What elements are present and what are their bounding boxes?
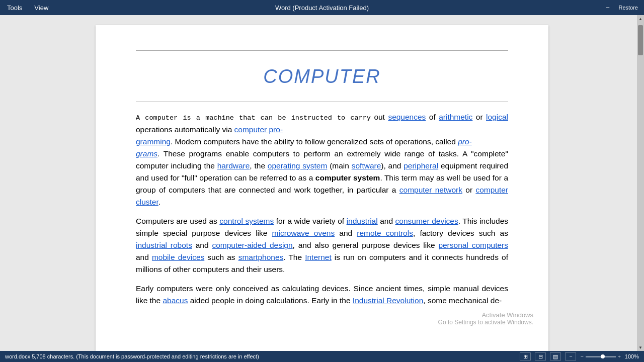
scrollbar-thumb[interactable] [638, 25, 643, 55]
link-arithmetic[interactable]: arithmetic [439, 113, 472, 121]
page-rule-top [136, 50, 508, 51]
status-bar: word.docx 5,708 characters. (This docume… [0, 351, 644, 362]
link-operating-system[interactable]: operating system [268, 161, 328, 170]
scrollbar-arrow-down[interactable]: ▼ [637, 344, 644, 351]
link-internet[interactable]: Internet [305, 253, 332, 261]
link-mobile-devices[interactable]: mobile devices [152, 253, 204, 261]
restore-button[interactable]: Restore [616, 4, 640, 12]
link-consumer-devices[interactable]: consumer devices [395, 217, 458, 225]
minimize-button[interactable]: − [600, 2, 614, 13]
zoom-minus[interactable]: − [580, 353, 583, 359]
title-bar: Tools View Word (Product Activation Fail… [0, 0, 644, 15]
status-icon-4[interactable]: − [565, 352, 576, 360]
zoom-slider[interactable] [586, 356, 616, 357]
link-control-systems[interactable]: control systems [219, 217, 274, 225]
link-logical[interactable]: logical [486, 113, 508, 121]
link-smartphones[interactable]: smartphones [238, 253, 284, 261]
status-icon-1[interactable]: ⊞ [520, 352, 531, 360]
activate-windows-title: Activate Windows [438, 311, 533, 319]
activate-windows-watermark: Activate Windows Go to Settings to activ… [438, 311, 533, 326]
document-page: COMPUTER A computer is a machine that ca… [96, 25, 548, 351]
link-personal-computers[interactable]: personal computers [438, 241, 508, 249]
paragraph-2: Computers are used as control systems fo… [136, 215, 508, 276]
link-software[interactable]: software [352, 161, 381, 170]
scrollbar-arrow-up[interactable]: ▲ [637, 15, 644, 22]
document-title: COMPUTER [136, 66, 508, 87]
zoom-level: 100% [625, 353, 639, 359]
zoom-control[interactable]: − + [580, 353, 620, 359]
window-controls: − Restore [600, 2, 640, 13]
status-text: word.docx 5,708 characters. (This docume… [5, 353, 259, 359]
link-microwave-ovens[interactable]: microwave ovens [272, 229, 335, 237]
status-icon-2[interactable]: ⊟ [535, 352, 546, 360]
link-industrial-revolution[interactable]: Industrial Revolution [353, 296, 423, 305]
activate-windows-subtitle: Go to Settings to activate Windows. [438, 319, 533, 326]
page-container: COMPUTER A computer is a machine that ca… [0, 15, 644, 351]
link-computer-aided-design[interactable]: computer-aided design [212, 241, 292, 249]
menu-bar: Tools View [4, 3, 51, 13]
status-right: ⊞ ⊟ ▤ − − + 100% [520, 352, 639, 360]
link-industrial-robots[interactable]: industrial robots [136, 241, 192, 249]
link-hardware[interactable]: hardware [217, 161, 250, 170]
link-industrial[interactable]: industrial [347, 217, 378, 225]
page-rule-bottom [136, 102, 508, 102]
link-computer-programming[interactable]: computer pro-gramming [136, 125, 283, 146]
menu-tools[interactable]: Tools [4, 3, 25, 13]
link-abacus[interactable]: abacus [163, 296, 188, 305]
paragraph-1: A computer is a machine that can be inst… [136, 111, 508, 208]
paragraph-3: Early computers were only conceived as c… [136, 283, 508, 307]
link-remote-controls[interactable]: remote controls [357, 229, 413, 237]
document-body: A computer is a machine that can be inst… [136, 111, 508, 307]
menu-view[interactable]: View [31, 3, 51, 13]
link-sequences[interactable]: sequences [388, 113, 426, 121]
document-area: COMPUTER A computer is a machine that ca… [0, 15, 644, 351]
para1-prefix: A computer is a machine that can be inst… [136, 114, 371, 122]
link-peripheral[interactable]: peripheral [404, 161, 438, 170]
status-icon-3[interactable]: ▤ [550, 352, 561, 360]
scrollbar[interactable]: ▲ ▼ [637, 15, 644, 351]
link-programs[interactable]: pro-grams [136, 137, 472, 158]
window-title: Word (Product Activation Failed) [275, 4, 369, 12]
link-computer-network[interactable]: computer network [399, 186, 462, 194]
zoom-slider-thumb[interactable] [601, 354, 605, 358]
zoom-plus[interactable]: + [618, 353, 621, 359]
